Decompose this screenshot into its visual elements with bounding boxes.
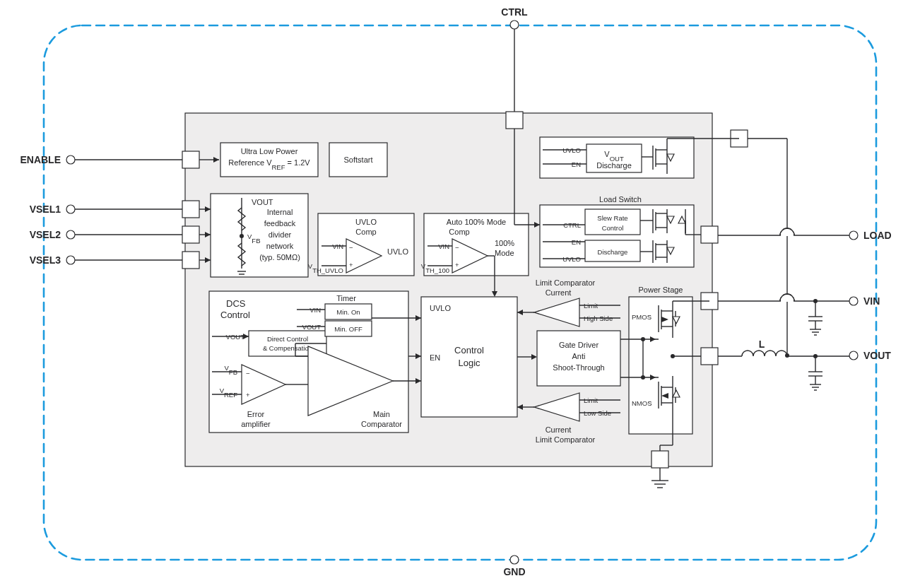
pin-vout: VOUT bbox=[849, 350, 891, 361]
svg-point-16 bbox=[66, 230, 75, 239]
svg-text:Internal: Internal bbox=[267, 208, 293, 216]
svg-text:feedback: feedback bbox=[264, 219, 296, 228]
svg-text:VSEL1: VSEL1 bbox=[30, 204, 61, 215]
svg-text:Current: Current bbox=[545, 425, 572, 434]
svg-point-42 bbox=[240, 234, 244, 238]
pin-enable: ENABLE bbox=[20, 151, 219, 168]
svg-text:Shoot-Through: Shoot-Through bbox=[553, 363, 604, 372]
svg-text:Min. On: Min. On bbox=[336, 308, 360, 316]
svg-text:+: + bbox=[349, 261, 353, 269]
label-L: L bbox=[759, 339, 765, 350]
block-diagram: CTRL GND ENABLE VSEL1 VSEL2 VSEL3 bbox=[0, 0, 920, 588]
svg-text:−: − bbox=[349, 244, 353, 252]
svg-text:Error: Error bbox=[247, 410, 265, 418]
svg-text:NMOS: NMOS bbox=[632, 399, 652, 407]
svg-point-28 bbox=[849, 231, 858, 240]
label-gnd: GND bbox=[503, 566, 525, 577]
svg-text:divider: divider bbox=[269, 230, 292, 239]
pin-gnd bbox=[510, 555, 519, 564]
svg-text:+: + bbox=[246, 391, 250, 399]
block-softstart: Softstart bbox=[329, 143, 387, 177]
label-ctrl: CTRL bbox=[501, 6, 528, 18]
svg-text:VIN: VIN bbox=[863, 295, 880, 307]
svg-text:LOAD: LOAD bbox=[863, 230, 892, 241]
pin-load: LOAD bbox=[849, 230, 892, 241]
svg-text:VSEL2: VSEL2 bbox=[30, 229, 61, 240]
svg-text:EN: EN bbox=[430, 353, 440, 362]
svg-text:Mode: Mode bbox=[495, 249, 514, 257]
svg-text:Comp: Comp bbox=[449, 228, 469, 236]
svg-text:Comp: Comp bbox=[355, 228, 376, 236]
block-feedback-divider: VOUT VFB Internal feedback divider netwo… bbox=[211, 194, 308, 277]
svg-text:Comparator: Comparator bbox=[361, 420, 402, 428]
svg-point-30 bbox=[849, 297, 858, 305]
svg-text:Ultra Low Power: Ultra Low Power bbox=[241, 147, 298, 155]
svg-text:Slew Rate: Slew Rate bbox=[597, 214, 627, 222]
svg-point-32 bbox=[849, 351, 858, 360]
svg-point-22 bbox=[66, 256, 75, 264]
pin-vin: VIN bbox=[849, 295, 880, 307]
svg-text:Power Stage: Power Stage bbox=[639, 286, 683, 294]
pin-vsel2: VSEL2 bbox=[30, 226, 211, 243]
svg-rect-25 bbox=[182, 252, 199, 269]
svg-text:DCS: DCS bbox=[226, 298, 246, 309]
block-power-stage: Power Stage PMOS NMOS bbox=[620, 286, 692, 434]
svg-text:+: + bbox=[455, 261, 459, 269]
svg-text:VOUT: VOUT bbox=[252, 198, 273, 206]
svg-text:Timer: Timer bbox=[336, 294, 356, 302]
svg-point-256 bbox=[785, 353, 789, 358]
svg-text:Direct Control: Direct Control bbox=[267, 335, 308, 343]
svg-text:Main: Main bbox=[373, 410, 390, 418]
svg-text:Gate Driver: Gate Driver bbox=[559, 341, 599, 349]
pin-ctrl bbox=[510, 20, 519, 29]
svg-text:100%: 100% bbox=[495, 239, 514, 247]
svg-text:Discharge: Discharge bbox=[598, 248, 628, 256]
svg-text:Logic: Logic bbox=[458, 358, 480, 368]
pin-vsel1: VSEL1 bbox=[30, 201, 211, 218]
svg-text:UVLO: UVLO bbox=[430, 304, 451, 312]
svg-rect-19 bbox=[182, 226, 199, 243]
svg-text:Discharge: Discharge bbox=[596, 161, 632, 170]
svg-text:network: network bbox=[266, 242, 294, 250]
block-reference: Ultra Low Power Reference VREF = 1.2V bbox=[220, 143, 318, 177]
svg-text:Control: Control bbox=[454, 345, 484, 355]
svg-point-4 bbox=[66, 155, 75, 164]
svg-rect-3 bbox=[506, 112, 523, 129]
pin-vsel3: VSEL3 bbox=[30, 252, 211, 269]
svg-text:(typ. 50MΩ): (typ. 50MΩ) bbox=[259, 253, 300, 261]
svg-text:Min. OFF: Min. OFF bbox=[334, 325, 362, 333]
svg-rect-178 bbox=[651, 451, 668, 468]
block-dcs-control: DCS Control Direct Control & Compensatio… bbox=[209, 291, 408, 433]
svg-text:Limit Comparator: Limit Comparator bbox=[536, 278, 596, 287]
svg-rect-7 bbox=[182, 151, 199, 168]
svg-point-10 bbox=[66, 205, 75, 213]
block-uvlo-comp: UVLO Comp − + VIN VTH_UVLO UVLO bbox=[308, 213, 414, 276]
svg-text:UVLO: UVLO bbox=[355, 218, 377, 226]
svg-text:ENABLE: ENABLE bbox=[20, 154, 61, 165]
svg-text:PMOS: PMOS bbox=[632, 313, 651, 321]
svg-text:−: − bbox=[455, 244, 459, 252]
svg-text:Control: Control bbox=[602, 224, 624, 232]
svg-text:Limit Comparator: Limit Comparator bbox=[536, 435, 596, 444]
svg-text:VSEL3: VSEL3 bbox=[30, 254, 61, 266]
block-gate-driver: Gate Driver Anti Shoot-Through bbox=[537, 331, 620, 386]
svg-text:Current: Current bbox=[545, 288, 572, 297]
svg-text:Anti: Anti bbox=[572, 352, 586, 360]
svg-text:Load Switch: Load Switch bbox=[599, 195, 642, 204]
svg-text:Control: Control bbox=[220, 310, 250, 320]
svg-text:VOUT: VOUT bbox=[863, 350, 891, 361]
svg-rect-175 bbox=[701, 348, 718, 365]
svg-text:Softstart: Softstart bbox=[344, 155, 373, 164]
block-vout-discharge: VOUT Discharge UVLO EN bbox=[540, 137, 694, 178]
svg-text:amplifier: amplifier bbox=[241, 420, 271, 428]
svg-rect-236 bbox=[701, 226, 718, 243]
svg-text:& Compensation: & Compensation bbox=[263, 344, 312, 352]
svg-text:UVLO: UVLO bbox=[387, 247, 408, 256]
svg-rect-13 bbox=[182, 201, 199, 218]
svg-text:Auto 100% Mode: Auto 100% Mode bbox=[447, 218, 506, 226]
block-load-switch: Load Switch Slew Rate Control Discharge … bbox=[540, 195, 694, 267]
svg-text:−: − bbox=[246, 370, 250, 377]
